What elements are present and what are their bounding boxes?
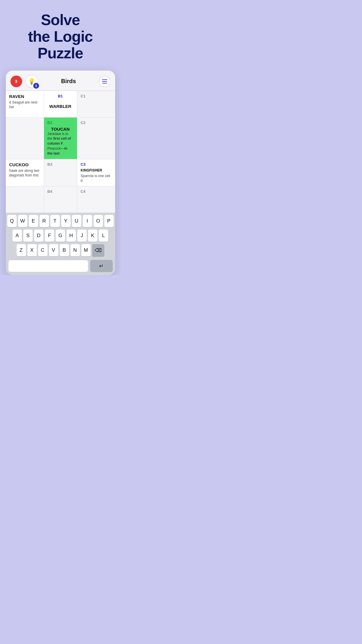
key-x[interactable]: X [27, 244, 37, 256]
key-h[interactable]: H [66, 230, 76, 242]
app-header: 3 💡 3 Birds [6, 71, 115, 91]
grid-scroll-area: RAVEN d Seagull are next her B1 WARBLER … [6, 91, 115, 213]
key-g[interactable]: G [56, 230, 65, 242]
cell-a4[interactable] [6, 186, 44, 213]
key-k[interactable]: K [88, 230, 97, 242]
key-s[interactable]: S [23, 230, 33, 242]
cell-a3-subtext: hawk are along two diagonals from this [9, 168, 40, 178]
cell-c1-label: C1 [81, 94, 112, 98]
hero-line2: the Logic Puzzle [28, 28, 93, 62]
menu-icon [102, 79, 107, 80]
cell-b3[interactable]: B3 [44, 159, 77, 186]
header-left: 3 💡 3 [10, 75, 38, 88]
cell-b1-word: WARBLER [48, 104, 73, 109]
cell-a3[interactable]: CUCKOO hawk are along two diagonals from… [6, 159, 44, 186]
key-j[interactable]: J [77, 230, 87, 242]
hints-count: 3 [33, 83, 39, 89]
cell-b4[interactable]: B4 [44, 186, 77, 213]
keyboard-row-3: Z X C V B N M ⌫ [7, 244, 114, 256]
cell-b2[interactable]: B2 TOUCAN Jackdaw is in the first cell o… [44, 118, 77, 159]
cell-b2-word: TOUCAN [48, 127, 73, 132]
cell-b4-label: B4 [48, 189, 73, 194]
hero-line1: Solve [41, 11, 80, 28]
key-b[interactable]: B [60, 244, 69, 256]
key-p[interactable]: P [104, 215, 114, 227]
key-n[interactable]: N [71, 244, 80, 256]
key-o[interactable]: O [94, 215, 103, 227]
menu-icon [102, 81, 107, 82]
hearts-count: 3 [15, 79, 17, 84]
puzzle-title: Birds [61, 78, 76, 85]
cell-c4-label: C4 [81, 189, 112, 194]
key-m[interactable]: M [81, 244, 91, 256]
cell-c1[interactable]: C1 [77, 91, 115, 117]
cell-a2[interactable] [6, 118, 44, 159]
menu-icon [102, 83, 107, 83]
text-input[interactable] [8, 260, 88, 272]
key-w[interactable]: W [18, 215, 27, 227]
cell-c3-subtext: Sparrow is one cell d [81, 174, 112, 183]
menu-button[interactable] [99, 76, 110, 87]
key-e[interactable]: E [29, 215, 38, 227]
key-u[interactable]: U [72, 215, 81, 227]
key-a[interactable]: A [13, 230, 22, 242]
key-z[interactable]: Z [17, 244, 26, 256]
key-c[interactable]: C [38, 244, 48, 256]
app-card: 3 💡 3 Birds RAVEN d Seagull are next her [6, 71, 115, 275]
cell-b2-label: B2 [48, 120, 73, 125]
backspace-key[interactable]: ⌫ [92, 244, 104, 256]
cell-c3[interactable]: C3 KINGFISHER Sparrow is one cell d [77, 159, 115, 186]
key-y[interactable]: Y [61, 215, 71, 227]
hearts-indicator: 3 [10, 76, 22, 87]
key-d[interactable]: D [34, 230, 43, 242]
cell-b1-label: B1 [58, 94, 63, 98]
key-i[interactable]: I [83, 215, 92, 227]
cell-a1[interactable]: RAVEN d Seagull are next her [6, 91, 44, 117]
keyboard: Q W E R T Y U I O P A S D F G H J K L Z … [6, 213, 115, 275]
cell-b1[interactable]: B1 WARBLER [44, 91, 77, 117]
cell-c3-label: C3 [81, 162, 112, 167]
cell-a3-word: CUCKOO [9, 162, 40, 167]
key-r[interactable]: R [40, 215, 49, 227]
cell-a1-word: RAVEN [9, 94, 40, 99]
cell-a1-subtext: d Seagull are next her [9, 100, 40, 110]
puzzle-grid: RAVEN d Seagull are next her B1 WARBLER … [6, 91, 115, 213]
input-bar: ↵ [7, 259, 114, 274]
key-f[interactable]: F [45, 230, 54, 242]
cell-c3-word: KINGFISHER [81, 168, 112, 172]
keyboard-row-2: A S D F G H J K L [7, 230, 114, 242]
key-v[interactable]: V [49, 244, 58, 256]
key-t[interactable]: T [50, 215, 60, 227]
key-q[interactable]: Q [7, 215, 17, 227]
return-key[interactable]: ↵ [90, 260, 113, 272]
cell-c2-label: C2 [81, 120, 112, 125]
hero-title: Solve the Logic Puzzle [0, 0, 121, 71]
hints-indicator[interactable]: 💡 3 [25, 75, 38, 88]
cell-c2[interactable]: C2 [77, 118, 115, 159]
cell-b3-label: B3 [48, 162, 73, 167]
keyboard-row-1: Q W E R T Y U I O P [7, 215, 114, 227]
cell-b2-desc: Jackdaw is in the first cell of column F… [48, 132, 73, 156]
cell-c4[interactable]: C4 [77, 186, 115, 213]
key-l[interactable]: L [99, 230, 108, 242]
